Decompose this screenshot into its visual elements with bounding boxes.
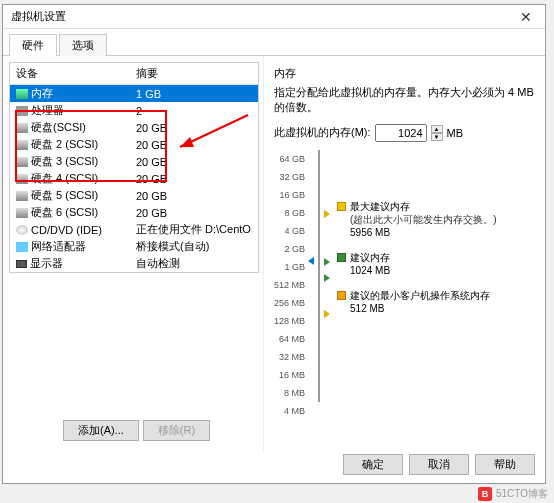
hw-row[interactable]: 内存1 GB [10,85,258,102]
hw-summary: 20 GB [136,156,252,168]
tab-hardware[interactable]: 硬件 [9,34,57,56]
tick-label: 256 MB [274,294,305,312]
square-orange-icon [337,291,346,300]
hw-summary: 20 GB [136,173,252,185]
add-hw-button[interactable]: 添加(A)... [63,420,139,441]
hw-name: CD/DVD (IDE) [31,224,102,236]
net-icon [16,242,28,252]
hw-name: 硬盘 6 (SCSI) [31,205,98,220]
tick-label: 16 GB [274,186,305,204]
hw-name: 硬盘 3 (SCSI) [31,154,98,169]
square-green-icon [337,253,346,262]
hw-name: 处理器 [31,103,64,118]
legend-min-title: 建议的最小客户机操作系统内存 [350,289,490,302]
hw-summary: 1 GB [136,88,252,100]
cd-icon [16,225,28,235]
disk-icon [16,157,28,167]
mem-unit: MB [447,127,464,139]
watermark-text: 51CTO博客 [496,487,548,501]
hw-row[interactable]: 硬盘 4 (SCSI)20 GB [10,170,258,187]
hw-name: 硬盘 2 (SCSI) [31,137,98,152]
tick-label: 4 MB [274,402,305,420]
tick-label: 8 MB [274,384,305,402]
tick-label: 512 MB [274,276,305,294]
marker-recommended2-icon [324,274,330,282]
hardware-list: 设备 摘要 内存1 GB处理器2硬盘(SCSI)20 GB硬盘 2 (SCSI)… [9,62,259,273]
marker-min-recommended-icon [324,310,330,318]
hw-row[interactable]: 硬盘 3 (SCSI)20 GB [10,153,258,170]
legend-min-val: 512 MB [350,302,490,315]
hw-name: 硬盘 5 (SCSI) [31,188,98,203]
hw-row[interactable]: 硬盘 6 (SCSI)20 GB [10,204,258,221]
mem-spinner[interactable]: ▲▼ [431,125,443,141]
disk-icon [16,208,28,218]
hw-summary: 20 GB [136,190,252,202]
disk-icon [16,140,28,150]
help-button[interactable]: 帮助 [475,454,535,475]
hw-row[interactable]: 硬盘(SCSI)20 GB [10,119,258,136]
cpu-icon [16,106,28,116]
vm-settings-dialog: 虚拟机设置 ✕ 硬件 选项 设备 摘要 内存1 GB处理器2硬盘(SCSI)20… [2,4,546,484]
hw-row[interactable]: CD/DVD (IDE)正在使用文件 D:\CentOS-7-x86_64-..… [10,221,258,238]
disk-icon [16,191,28,201]
cancel-button[interactable]: 取消 [409,454,469,475]
remove-hw-button[interactable]: 移除(R) [143,420,210,441]
mem-input[interactable] [375,124,427,142]
hw-row[interactable]: 网络适配器桥接模式(自动) [10,238,258,255]
titlebar: 虚拟机设置 ✕ [3,5,545,29]
legend-max-note: (超出此大小可能发生内存交换。) [350,213,497,226]
ok-button[interactable]: 确定 [343,454,403,475]
hw-summary: 20 GB [136,122,252,134]
hw-row[interactable]: 硬盘 2 (SCSI)20 GB [10,136,258,153]
mem-icon [16,89,28,99]
col-header-device: 设备 [16,66,136,81]
tick-label: 16 MB [274,366,305,384]
legend-max-val: 5956 MB [350,226,497,239]
hw-name: 显示器 [30,256,63,271]
mem-section-title: 内存 [274,66,535,81]
hw-name: 硬盘(SCSI) [31,120,86,135]
marker-recommended-icon [324,258,330,266]
hw-summary: 20 GB [136,139,252,151]
legend-max-title: 最大建议内存 [350,200,497,213]
tick-label: 128 MB [274,312,305,330]
tick-label: 8 GB [274,204,305,222]
hw-summary: 桥接模式(自动) [136,239,252,254]
tabbar: 硬件 选项 [3,29,545,55]
close-button[interactable]: ✕ [507,6,545,28]
legend-rec-val: 1024 MB [350,264,390,277]
hw-summary: 20 GB [136,207,252,219]
tick-label: 32 GB [274,168,305,186]
mem-slider-track[interactable] [311,150,327,402]
tick-label: 64 GB [274,150,305,168]
square-yellow-icon [337,202,346,211]
hw-row[interactable]: 处理器2 [10,102,258,119]
hw-summary: 自动检测 [136,256,252,271]
dialog-footer: 确定 取消 帮助 [343,454,535,475]
watermark: B 51CTO博客 [478,487,548,501]
hardware-pane: 设备 摘要 内存1 GB处理器2硬盘(SCSI)20 GB硬盘 2 (SCSI)… [3,56,263,453]
hw-name: 内存 [31,86,53,101]
hw-summary: 2 [136,105,252,117]
tab-options[interactable]: 选项 [59,34,107,56]
tick-label: 4 GB [274,222,305,240]
slider-thumb-icon[interactable] [308,257,314,265]
watermark-logo-icon: B [478,487,492,501]
col-header-summary: 摘要 [136,66,252,81]
legend-rec-title: 建议内存 [350,251,390,264]
mem-label: 此虚拟机的内存(M): [274,125,371,140]
hw-row[interactable]: 显示器自动检测 [10,255,258,272]
tick-label: 1 GB [274,258,305,276]
tick-label: 32 MB [274,348,305,366]
tick-label: 2 GB [274,240,305,258]
slider-ticks: 64 GB32 GB16 GB8 GB4 GB2 GB1 GB512 MB256… [274,150,305,420]
marker-max-recommended-icon [324,210,330,218]
mem-desc: 指定分配给此虚拟机的内存量。内存大小必须为 4 MB 的倍数。 [274,85,535,116]
mem-legend: 最大建议内存 (超出此大小可能发生内存交换。) 5956 MB 建议内存 102… [337,150,497,420]
window-title: 虚拟机设置 [11,9,66,24]
disk-icon [16,123,28,133]
hw-name: 硬盘 4 (SCSI) [31,171,98,186]
memory-pane: 内存 指定分配给此虚拟机的内存量。内存大小必须为 4 MB 的倍数。 此虚拟机的… [263,56,545,453]
hw-summary: 正在使用文件 D:\CentOS-7-x86_64-... [136,222,252,237]
hw-row[interactable]: 硬盘 5 (SCSI)20 GB [10,187,258,204]
